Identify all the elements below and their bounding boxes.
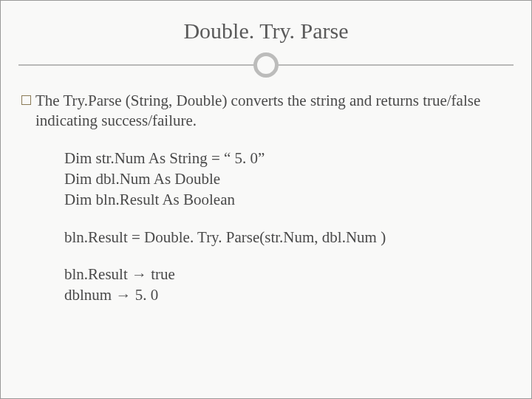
content-area: The Try.Parse (String, Double) converts …: [1, 85, 531, 306]
code-line: Dim str.Num As String = “ 5. 0”: [64, 148, 511, 168]
code-results: bln.Result → true dblnum → 5. 0: [64, 264, 511, 306]
bullet-text: The Try.Parse (String, Double) converts …: [35, 91, 511, 132]
slide: Double. Try. Parse The Try.Parse (String…: [0, 0, 532, 399]
code-line: dblnum → 5. 0: [64, 284, 511, 305]
code-line: Dim dbl.Num As Double: [64, 168, 511, 189]
code-line: Dim bln.Result As Boolean: [64, 189, 511, 210]
code-declarations: Dim str.Num As String = “ 5. 0” Dim dbl.…: [64, 148, 511, 211]
title-area: Double. Try. Parse: [1, 1, 531, 85]
code-block: Dim str.Num As String = “ 5. 0” Dim dbl.…: [64, 148, 511, 306]
code-line: bln.Result = Double. Try. Parse(str.Num,…: [64, 227, 511, 248]
divider-circle-icon: [253, 52, 279, 78]
bullet-item: The Try.Parse (String, Double) converts …: [21, 91, 511, 132]
code-assignment: bln.Result = Double. Try. Parse(str.Num,…: [64, 227, 511, 248]
divider: [1, 48, 531, 78]
square-bullet-icon: [21, 95, 31, 105]
slide-title: Double. Try. Parse: [1, 18, 531, 44]
code-line: bln.Result → true: [64, 264, 511, 284]
